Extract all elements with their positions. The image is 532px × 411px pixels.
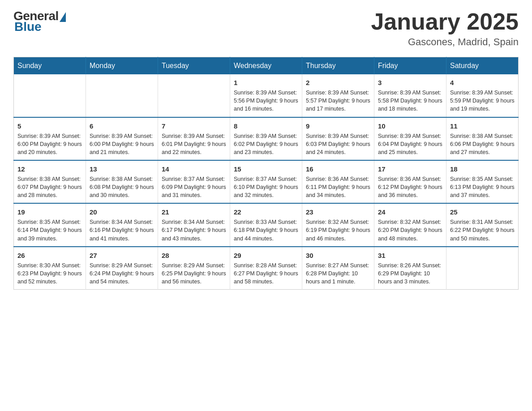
calendar-week-row: 26Sunrise: 8:30 AM Sunset: 6:23 PM Dayli… (14, 247, 519, 290)
day-number: 27 (90, 251, 154, 260)
day-info: Sunrise: 8:29 AM Sunset: 6:25 PM Dayligh… (162, 261, 226, 286)
day-info: Sunrise: 8:38 AM Sunset: 6:07 PM Dayligh… (17, 175, 82, 199)
calendar-cell: 15Sunrise: 8:37 AM Sunset: 6:10 PM Dayli… (230, 160, 302, 203)
calendar-cell: 31Sunrise: 8:26 AM Sunset: 6:29 PM Dayli… (374, 247, 446, 290)
day-number: 1 (234, 78, 298, 87)
day-info: Sunrise: 8:39 AM Sunset: 5:59 PM Dayligh… (450, 89, 515, 113)
calendar-cell (86, 74, 158, 117)
day-number: 10 (378, 121, 442, 131)
day-info: Sunrise: 8:28 AM Sunset: 6:27 PM Dayligh… (234, 261, 298, 286)
day-info: Sunrise: 8:39 AM Sunset: 6:04 PM Dayligh… (378, 132, 442, 156)
day-info: Sunrise: 8:39 AM Sunset: 6:03 PM Dayligh… (306, 132, 370, 156)
calendar-cell: 27Sunrise: 8:29 AM Sunset: 6:24 PM Dayli… (86, 247, 158, 290)
calendar-cell: 8Sunrise: 8:39 AM Sunset: 6:02 PM Daylig… (230, 117, 302, 160)
page-header: General Blue January 2025 Gascones, Madr… (13, 9, 519, 48)
calendar-cell: 6Sunrise: 8:39 AM Sunset: 6:00 PM Daylig… (86, 117, 158, 160)
day-number: 14 (162, 164, 226, 174)
day-number: 26 (17, 251, 82, 260)
day-number: 16 (306, 164, 370, 174)
day-info: Sunrise: 8:39 AM Sunset: 6:00 PM Dayligh… (17, 132, 82, 156)
day-number: 23 (306, 207, 370, 217)
day-info: Sunrise: 8:29 AM Sunset: 6:24 PM Dayligh… (90, 261, 154, 286)
day-info: Sunrise: 8:35 AM Sunset: 6:13 PM Dayligh… (450, 175, 515, 199)
day-number: 22 (234, 207, 298, 217)
day-info: Sunrise: 8:39 AM Sunset: 6:01 PM Dayligh… (162, 132, 226, 156)
calendar-week-row: 5Sunrise: 8:39 AM Sunset: 6:00 PM Daylig… (14, 117, 519, 160)
day-info: Sunrise: 8:36 AM Sunset: 6:11 PM Dayligh… (306, 175, 370, 199)
calendar-subtitle: Gascones, Madrid, Spain (371, 36, 519, 48)
col-thursday: Thursday (302, 57, 374, 75)
day-number: 17 (378, 164, 442, 174)
calendar-cell: 2Sunrise: 8:39 AM Sunset: 5:57 PM Daylig… (302, 74, 374, 117)
title-area: January 2025 Gascones, Madrid, Spain (371, 9, 519, 48)
calendar-cell (158, 74, 230, 117)
calendar-cell: 21Sunrise: 8:34 AM Sunset: 6:17 PM Dayli… (158, 203, 230, 246)
col-tuesday: Tuesday (158, 57, 230, 75)
day-number: 29 (234, 251, 298, 260)
day-info: Sunrise: 8:39 AM Sunset: 5:56 PM Dayligh… (234, 89, 298, 113)
day-number: 2 (306, 78, 370, 87)
calendar-cell: 12Sunrise: 8:38 AM Sunset: 6:07 PM Dayli… (14, 160, 86, 203)
calendar-cell: 5Sunrise: 8:39 AM Sunset: 6:00 PM Daylig… (14, 117, 86, 160)
day-number: 25 (450, 207, 515, 217)
calendar-cell: 18Sunrise: 8:35 AM Sunset: 6:13 PM Dayli… (446, 160, 519, 203)
calendar-cell (14, 74, 86, 117)
logo: General Blue (13, 9, 66, 34)
logo-triangle-icon (60, 12, 66, 22)
day-info: Sunrise: 8:27 AM Sunset: 6:28 PM Dayligh… (306, 261, 370, 286)
calendar-header-row: Sunday Monday Tuesday Wednesday Thursday… (14, 57, 519, 75)
calendar-title: January 2025 (371, 9, 519, 34)
day-info: Sunrise: 8:38 AM Sunset: 6:08 PM Dayligh… (90, 175, 154, 199)
day-info: Sunrise: 8:26 AM Sunset: 6:29 PM Dayligh… (378, 261, 442, 286)
calendar-cell: 28Sunrise: 8:29 AM Sunset: 6:25 PM Dayli… (158, 247, 230, 290)
calendar-cell: 11Sunrise: 8:38 AM Sunset: 6:06 PM Dayli… (446, 117, 519, 160)
day-number: 6 (90, 121, 154, 131)
day-info: Sunrise: 8:38 AM Sunset: 6:06 PM Dayligh… (450, 132, 515, 156)
day-info: Sunrise: 8:37 AM Sunset: 6:10 PM Dayligh… (234, 175, 298, 199)
calendar-cell: 23Sunrise: 8:32 AM Sunset: 6:19 PM Dayli… (302, 203, 374, 246)
day-number: 11 (450, 121, 515, 131)
day-info: Sunrise: 8:32 AM Sunset: 6:19 PM Dayligh… (306, 218, 370, 242)
day-info: Sunrise: 8:31 AM Sunset: 6:22 PM Dayligh… (450, 218, 515, 242)
calendar-week-row: 1Sunrise: 8:39 AM Sunset: 5:56 PM Daylig… (14, 74, 519, 117)
calendar-cell: 9Sunrise: 8:39 AM Sunset: 6:03 PM Daylig… (302, 117, 374, 160)
day-number: 5 (17, 121, 82, 131)
calendar-cell: 4Sunrise: 8:39 AM Sunset: 5:59 PM Daylig… (446, 74, 519, 117)
day-info: Sunrise: 8:33 AM Sunset: 6:18 PM Dayligh… (234, 218, 298, 242)
calendar-table: Sunday Monday Tuesday Wednesday Thursday… (13, 57, 519, 290)
day-info: Sunrise: 8:37 AM Sunset: 6:09 PM Dayligh… (162, 175, 226, 199)
day-number: 18 (450, 164, 515, 174)
day-number: 13 (90, 164, 154, 174)
day-number: 15 (234, 164, 298, 174)
day-number: 9 (306, 121, 370, 131)
day-number: 28 (162, 251, 226, 260)
col-monday: Monday (86, 57, 158, 75)
col-sunday: Sunday (14, 57, 86, 75)
col-friday: Friday (374, 57, 446, 75)
calendar-cell: 1Sunrise: 8:39 AM Sunset: 5:56 PM Daylig… (230, 74, 302, 117)
calendar-cell: 7Sunrise: 8:39 AM Sunset: 6:01 PM Daylig… (158, 117, 230, 160)
calendar-cell: 14Sunrise: 8:37 AM Sunset: 6:09 PM Dayli… (158, 160, 230, 203)
day-info: Sunrise: 8:35 AM Sunset: 6:14 PM Dayligh… (17, 218, 82, 242)
day-info: Sunrise: 8:39 AM Sunset: 6:02 PM Dayligh… (234, 132, 298, 156)
calendar-cell: 24Sunrise: 8:32 AM Sunset: 6:20 PM Dayli… (374, 203, 446, 246)
day-info: Sunrise: 8:39 AM Sunset: 5:58 PM Dayligh… (378, 89, 442, 113)
logo-blue-text: Blue (13, 20, 42, 34)
day-number: 12 (17, 164, 82, 174)
calendar-cell: 22Sunrise: 8:33 AM Sunset: 6:18 PM Dayli… (230, 203, 302, 246)
calendar-cell: 29Sunrise: 8:28 AM Sunset: 6:27 PM Dayli… (230, 247, 302, 290)
day-number: 8 (234, 121, 298, 131)
day-info: Sunrise: 8:34 AM Sunset: 6:16 PM Dayligh… (90, 218, 154, 242)
calendar-cell: 25Sunrise: 8:31 AM Sunset: 6:22 PM Dayli… (446, 203, 519, 246)
calendar-cell: 20Sunrise: 8:34 AM Sunset: 6:16 PM Dayli… (86, 203, 158, 246)
day-info: Sunrise: 8:39 AM Sunset: 5:57 PM Dayligh… (306, 89, 370, 113)
day-number: 21 (162, 207, 226, 217)
calendar-cell: 30Sunrise: 8:27 AM Sunset: 6:28 PM Dayli… (302, 247, 374, 290)
day-number: 24 (378, 207, 442, 217)
calendar-cell: 10Sunrise: 8:39 AM Sunset: 6:04 PM Dayli… (374, 117, 446, 160)
calendar-week-row: 12Sunrise: 8:38 AM Sunset: 6:07 PM Dayli… (14, 160, 519, 203)
calendar-week-row: 19Sunrise: 8:35 AM Sunset: 6:14 PM Dayli… (14, 203, 519, 246)
day-info: Sunrise: 8:30 AM Sunset: 6:23 PM Dayligh… (17, 261, 82, 286)
day-info: Sunrise: 8:39 AM Sunset: 6:00 PM Dayligh… (90, 132, 154, 156)
day-number: 20 (90, 207, 154, 217)
